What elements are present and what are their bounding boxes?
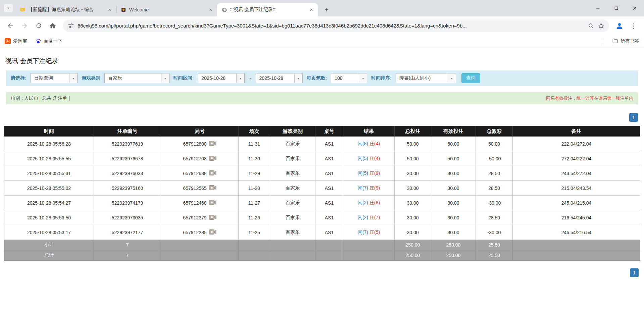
result-banker: 庄(4) — [369, 156, 380, 161]
pagination-top: 1 — [6, 113, 638, 122]
chevron-down-icon[interactable]: ▾ — [69, 73, 77, 83]
home-button[interactable] — [46, 19, 60, 33]
cell-total-bet-link[interactable]: 50.00 — [395, 137, 431, 151]
tab-close-icon[interactable]: × — [308, 7, 314, 13]
cell-session: 11-29 — [239, 166, 270, 181]
chevron-down-icon[interactable]: ▾ — [236, 73, 244, 83]
cell-result: 闲(7)庄(5) — [343, 225, 395, 240]
tab-search-icon[interactable] — [4, 4, 13, 12]
tab-close-icon[interactable]: × — [208, 7, 214, 13]
video-replay-icon[interactable] — [209, 141, 216, 147]
page-size-select[interactable]: 100 ▾ — [331, 73, 367, 83]
cell-total-bet-link[interactable]: 30.00 — [395, 166, 431, 181]
cell-total-bet-link[interactable]: 30.00 — [395, 196, 431, 210]
chevron-down-icon[interactable]: ▾ — [294, 73, 302, 83]
cell-result: 闲(5)庄(4) — [343, 151, 395, 166]
cell-payout: 50.00 — [476, 137, 513, 151]
cell-time: 2025-10-28 05:55:02 — [4, 181, 94, 196]
cell-note: 216.54/245.04 — [513, 210, 640, 225]
page-title: 视讯 会员下注纪录 — [5, 57, 644, 65]
cell-game: 百家乐 — [270, 225, 315, 240]
query-type-value: 日期查询 — [31, 73, 69, 83]
cell-result: 闲(5)庄(9) — [343, 166, 395, 181]
result-player: 闲(2) — [358, 215, 368, 220]
col-header-time: 时间 — [4, 126, 94, 137]
select-label: 请选择: — [11, 75, 27, 81]
video-replay-icon[interactable] — [209, 200, 216, 206]
site-info-icon[interactable] — [68, 22, 74, 29]
cell-table: AS1 — [315, 181, 343, 196]
profile-icon[interactable] — [612, 19, 627, 33]
subtotal-row: 小计 7 250.00 250.00 25.50 — [4, 240, 640, 250]
url-text[interactable]: 66cxkj98.com/ipl/portal.php/game/betreco… — [78, 23, 584, 29]
cell-valid-bet: 30.00 — [431, 210, 476, 225]
chevron-down-icon[interactable]: ▾ — [448, 73, 456, 83]
page-1-button[interactable]: 1 — [629, 113, 638, 122]
search-button[interactable]: 查询 — [461, 73, 480, 83]
grand-total-payout: 25.50 — [476, 250, 513, 261]
bookmark-taobao[interactable]: 淘 爱淘宝 — [5, 38, 27, 44]
bet-records-table: 时间 注单编号 局号 场次 游戏类别 桌号 结果 总投注 有效投注 总派彩 备注… — [4, 126, 640, 261]
page-1-button[interactable]: 1 — [630, 268, 639, 277]
date-to-select[interactable]: 2025-10-28 ▾ — [256, 73, 303, 83]
col-header-round-id: 局号 — [161, 126, 239, 137]
video-replay-icon[interactable] — [209, 170, 216, 177]
zoom-icon[interactable] — [588, 22, 594, 29]
cell-session: 11-30 — [239, 151, 270, 166]
cell-round-id: 657912800 — [161, 137, 239, 151]
col-header-note: 备注 — [513, 126, 640, 137]
date-from-select[interactable]: 2025-10-28 ▾ — [198, 73, 245, 83]
game-category-select[interactable]: 百家乐 ▾ — [104, 73, 169, 83]
sort-select[interactable]: 降幂(由大到小) ▾ — [396, 73, 456, 83]
cell-session: 11-26 — [239, 210, 270, 225]
cell-game: 百家乐 — [270, 196, 315, 210]
cell-table: AS1 — [315, 151, 343, 166]
subtotal-total-bet: 250.00 — [395, 240, 431, 250]
video-replay-icon[interactable] — [209, 155, 216, 162]
cell-bet-id: 522923977619 — [94, 137, 161, 151]
refresh-button[interactable] — [32, 19, 46, 33]
close-button[interactable] — [626, 0, 644, 16]
cell-total-bet-link[interactable]: 50.00 — [395, 151, 431, 166]
menu-kebab-icon[interactable]: ⋮ — [627, 19, 641, 33]
round-id-text: 657912285 — [183, 230, 206, 235]
cell-time: 2025-10-28 05:53:17 — [4, 225, 94, 240]
date-to-value: 2025-10-28 — [256, 73, 294, 83]
video-replay-icon[interactable] — [209, 185, 216, 192]
cell-bet-id: 522923972177 — [94, 225, 161, 240]
tab-welcome[interactable]: Welcome × — [116, 3, 217, 16]
bookmark-star-icon[interactable] — [598, 22, 604, 29]
tab-betrecord[interactable]: :::视讯 会员下注纪录::: × — [217, 3, 318, 16]
cell-valid-bet: 30.00 — [431, 196, 476, 210]
address-bar[interactable]: 66cxkj98.com/ipl/portal.php/game/betreco… — [63, 19, 609, 32]
round-id-text: 657912708 — [183, 156, 206, 161]
subtotal-count: 7 — [94, 240, 161, 250]
cell-table: AS1 — [315, 166, 343, 181]
video-replay-icon[interactable] — [209, 229, 216, 236]
tab-close-icon[interactable]: × — [107, 7, 113, 13]
video-replay-icon[interactable] — [209, 214, 216, 221]
sort-value: 降幂(由大到小) — [396, 73, 448, 83]
query-type-select[interactable]: 日期查询 ▾ — [31, 73, 78, 83]
cell-result: 闲(2)庄(8) — [343, 196, 395, 210]
chevron-down-icon[interactable]: ▾ — [161, 73, 169, 83]
all-bookmarks-button[interactable]: 所有书签 — [612, 38, 639, 45]
tabs-container: 【新提醒】海燕策略论坛 - 综合 × Welcome × :::视讯 会员下注纪… — [15, 0, 318, 16]
cell-bet-id: 522923974179 — [94, 196, 161, 210]
bookmark-baidu[interactable]: 百度一下 — [35, 38, 62, 45]
cell-total-bet-link[interactable]: 30.00 — [395, 210, 431, 225]
cell-round-id: 657912708 — [161, 151, 239, 166]
cell-total-bet-link[interactable]: 30.00 — [395, 181, 431, 196]
maximize-button[interactable] — [607, 0, 626, 16]
minimize-button[interactable] — [589, 0, 607, 16]
cell-payout: 28.50 — [476, 166, 513, 181]
cell-total-bet-link[interactable]: 30.00 — [395, 225, 431, 240]
back-button[interactable] — [3, 19, 17, 33]
chevron-down-icon[interactable]: ▾ — [359, 73, 367, 83]
forward-button[interactable] — [17, 19, 32, 33]
bookmark-label: 百度一下 — [44, 38, 62, 44]
cell-game: 百家乐 — [270, 210, 315, 225]
tab-forum[interactable]: 【新提醒】海燕策略论坛 - 综合 × — [15, 3, 116, 16]
cell-table: AS1 — [315, 196, 343, 210]
new-tab-button[interactable]: + — [322, 5, 331, 14]
